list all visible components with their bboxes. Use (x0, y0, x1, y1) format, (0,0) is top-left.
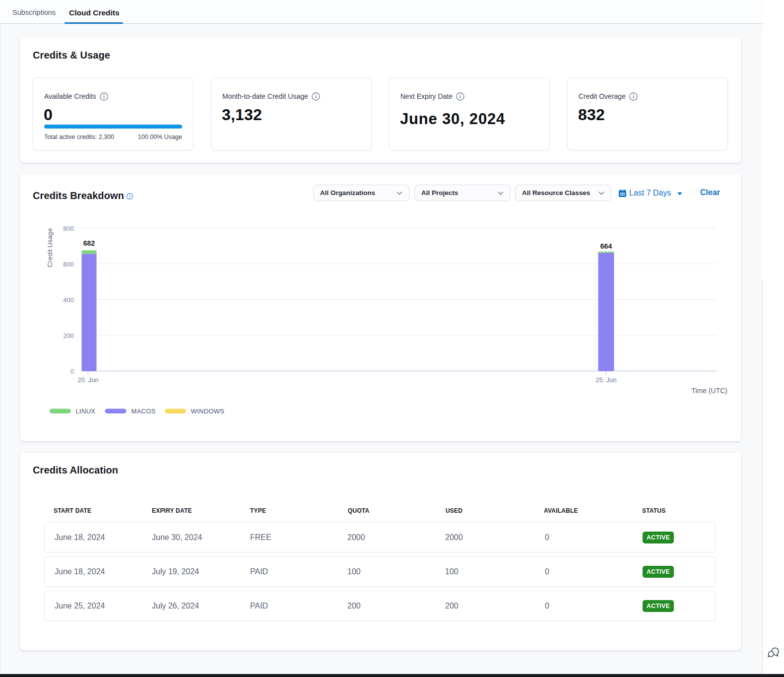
svg-text:0: 0 (70, 368, 74, 375)
svg-text:25. Jun: 25. Jun (595, 376, 617, 384)
svg-text:600: 600 (63, 261, 74, 268)
svg-text:WINDOWS: WINDOWS (191, 407, 225, 415)
svg-text:800: 800 (63, 225, 74, 232)
svg-text:20. Jun: 20. Jun (77, 376, 99, 384)
svg-text:200: 200 (63, 332, 74, 339)
svg-text:400: 400 (63, 296, 74, 304)
svg-text:682: 682 (83, 239, 95, 247)
svg-text:Credit Usage: Credit Usage (46, 228, 54, 268)
svg-text:Time (UTC): Time (UTC) (691, 387, 727, 395)
svg-text:MACOS: MACOS (131, 407, 156, 415)
svg-text:LINUX: LINUX (76, 407, 96, 415)
svg-text:664: 664 (600, 242, 612, 250)
